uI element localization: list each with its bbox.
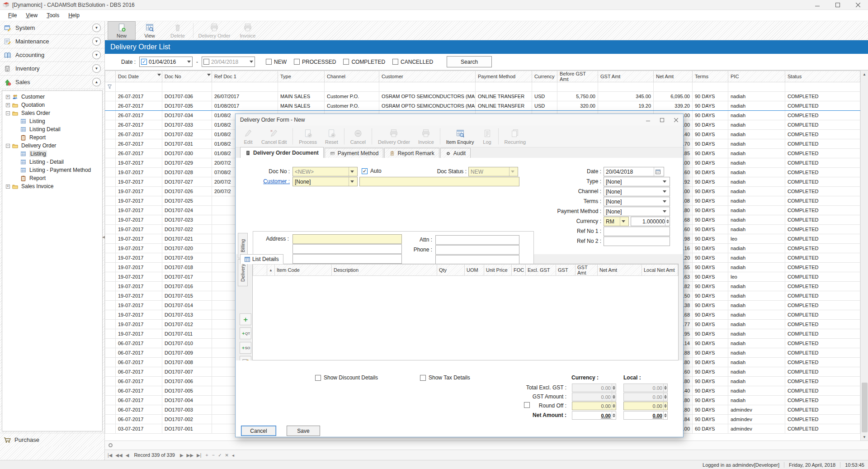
detail-column-item-code[interactable]: Item Code [275,265,332,276]
auto-checkbox[interactable]: ✓ [362,168,368,174]
attn-field[interactable] [435,235,519,245]
expand-icon[interactable]: + [6,103,10,107]
column-header-ref-doc-1[interactable]: Ref Doc 1 [212,71,278,82]
nav-cancel-icon[interactable]: ✕ [225,453,229,458]
detail-column-description[interactable]: Description [332,265,437,276]
tab-list-details[interactable]: List Details [240,254,283,264]
tab-payment-method[interactable]: Payment Method [325,148,384,158]
date-from-checkbox[interactable]: ✓ [141,59,147,65]
filter-cancelled-checkbox[interactable] [392,59,398,65]
tab-report-remark[interactable]: Report Remark [384,148,439,158]
nav-prev-page-icon[interactable]: ◀◀ [115,453,122,458]
dialog-close-icon[interactable] [669,114,683,126]
nav-scroll-left-icon[interactable]: ◂ [232,453,234,458]
date-field[interactable]: 20/04/2018 [604,167,664,176]
chevron-down-icon[interactable] [349,167,355,176]
customer-link[interactable]: Customer : [243,178,290,185]
nav-delete-icon[interactable]: − [212,453,215,458]
dialog-item-enquiry-button[interactable]: Item Enquiry [442,126,478,147]
tree-item-quotation[interactable]: +Quotation [4,101,102,109]
doc-no-field[interactable]: <NEW> [292,167,358,176]
calendar-icon[interactable] [654,167,662,176]
add-row-button[interactable]: ＋ [240,313,251,325]
column-header-pic[interactable]: PIC [728,71,785,82]
auto-filter-row[interactable] [105,82,860,92]
spinner-icon[interactable] [663,393,667,401]
round-off-currency-field[interactable]: 0.00 [572,402,616,410]
expand-icon[interactable]: + [6,185,10,189]
spinner-icon[interactable] [612,393,616,401]
tree-item-listing[interactable]: Listing [4,117,102,125]
detail-column-net-amt[interactable]: Net Amt [598,265,642,276]
minimize-icon[interactable] [807,0,827,9]
tree-item-listing-payment-method[interactable]: Listing - Payment Method [4,166,102,174]
tree-item-customer[interactable]: +Customer [4,93,102,101]
sidebar-group-accounting[interactable]: Accounting▼ [0,48,104,62]
column-header-customer[interactable]: Customer [379,71,476,82]
nav-post-icon[interactable]: ✓ [218,453,222,458]
column-header-channel[interactable]: Channel [325,71,379,82]
chevron-down-icon[interactable] [349,177,355,186]
sidebar-group-sales[interactable]: Sales▲ [0,76,104,89]
nav-next-icon[interactable]: ▶ [180,453,184,458]
detail-column-unit-price[interactable]: Unit Price [484,265,512,276]
chevron-down-icon[interactable]: ▼ [92,51,101,59]
menu-tools[interactable]: Tools [42,11,64,20]
column-header-type[interactable]: Type [278,71,325,82]
menu-help[interactable]: Help [64,11,84,20]
tab-audit[interactable]: Audit [440,148,471,158]
chevron-down-icon[interactable]: ▼ [92,37,101,46]
search-button[interactable]: Search [447,56,492,67]
scrollbar-thumb[interactable] [862,383,868,432]
tab-delivery-order-document[interactable]: Delivery Order Document [240,147,324,158]
phone-field-2[interactable] [435,255,519,265]
detail-column-excl-gst[interactable]: Excl. GST [526,265,556,276]
tree-item-delivery-order[interactable]: −Delivery Order [4,142,102,150]
expand-icon[interactable]: + [6,95,10,99]
date-to-checkbox[interactable] [203,59,209,65]
detail-column-local-net-amt[interactable]: Local Net Amt [642,265,678,276]
phone-field[interactable] [435,245,519,255]
ref-no2-field[interactable] [604,237,670,246]
add-from-sales-order-button[interactable]: ＋SO [240,342,251,354]
tree-item-listing[interactable]: Listing [4,150,102,158]
sidebar-group-system[interactable]: System▼ [0,21,104,35]
add-from-quotation-button[interactable]: ＋QT [240,327,251,339]
chevron-down-icon[interactable] [620,217,627,226]
spinner-icon[interactable] [665,217,670,226]
tree-item-sales-order[interactable]: −Sales Order [4,109,102,117]
tree-item-listing-detail[interactable]: Listing - Detail [4,158,102,166]
sidebar-group-maintenance[interactable]: Maintenance▼ [0,35,104,48]
date-from-combo[interactable]: ✓ 01/04/2016 [139,57,193,67]
nav-next-page-icon[interactable]: ▶▶ [187,453,193,458]
address-field-3[interactable] [292,254,402,264]
currency-select[interactable]: RM [604,217,629,226]
filter-icon[interactable] [157,74,161,76]
column-header-before-gst-amt[interactable]: Before GST Amt [557,71,598,82]
maximize-icon[interactable] [827,0,848,9]
spinner-icon[interactable] [663,384,667,392]
spinner-icon[interactable] [612,412,616,419]
address-field-1[interactable] [292,234,402,244]
filter-processed-checkbox[interactable] [294,59,300,65]
cancel-button[interactable]: Cancel [241,426,276,436]
column-header-currency[interactable]: Currency [532,71,557,82]
net-amount-currency-field[interactable]: 0.00 [572,411,616,420]
detail-column-gst[interactable]: GST [556,265,576,276]
detail-column-qty[interactable]: Qty [437,265,465,276]
date-to-combo[interactable]: 20/04/2018 [202,57,255,67]
filter-completed-checkbox[interactable] [343,59,349,65]
menu-file[interactable]: File [4,11,21,20]
column-header-terms[interactable]: Terms [693,71,728,82]
ref-no1-field[interactable] [604,227,670,236]
chevron-down-icon[interactable]: ▼ [92,24,101,32]
spinner-icon[interactable] [663,402,667,410]
customer-name-field[interactable] [359,177,519,186]
round-off-local-field[interactable]: 0.00 [623,402,668,410]
close-icon[interactable] [848,0,868,9]
new-button[interactable]: New [108,21,136,40]
filter-icon[interactable] [207,74,211,76]
payment-method-select[interactable]: [None] [604,207,670,216]
table-row[interactable]: 26-07-2017DO1707-03501/08/2017MAIN SALES… [105,101,860,111]
table-row[interactable]: 26-07-2017DO1707-03626/07/2017MAIN SALES… [105,92,860,101]
